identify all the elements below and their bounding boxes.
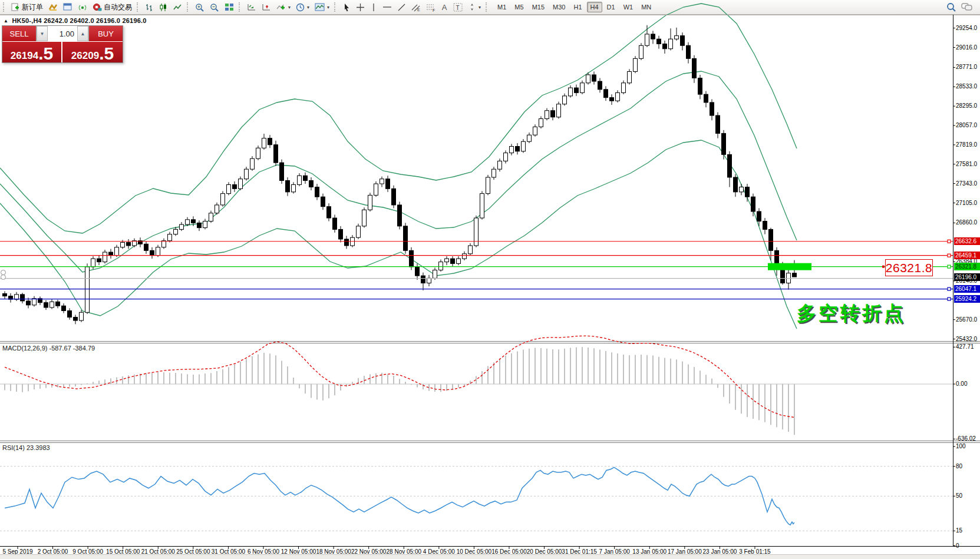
level-line-handle[interactable] [948, 297, 951, 300]
candle-bull[interactable] [527, 135, 532, 141]
candle-bull[interactable] [162, 241, 166, 247]
chart-canvas[interactable] [0, 0, 980, 559]
candle-bull[interactable] [675, 36, 679, 39]
candle-bull[interactable] [468, 246, 473, 254]
candle-bear[interactable] [451, 259, 455, 263]
candle-bear[interactable] [268, 138, 272, 145]
candle-bull[interactable] [533, 127, 537, 135]
candle-bear[interactable] [757, 211, 761, 221]
candle-bear[interactable] [3, 294, 7, 296]
candle-bear[interactable] [769, 229, 773, 250]
candle-bear[interactable] [109, 252, 113, 256]
candle-bear[interactable] [280, 163, 284, 180]
candle-bear[interactable] [681, 36, 685, 46]
candle-bear[interactable] [150, 250, 154, 255]
candle-bear[interactable] [716, 115, 720, 133]
candle-bull[interactable] [357, 226, 361, 237]
candle-bear[interactable] [657, 39, 661, 44]
candle-bear[interactable] [68, 311, 72, 317]
candle-bull[interactable] [457, 259, 461, 263]
price-callout-box[interactable]: 26321.8 [885, 259, 933, 276]
candle-bear[interactable] [763, 221, 767, 230]
candle-bull[interactable] [221, 194, 225, 205]
candle-bull[interactable] [103, 252, 107, 262]
candle-bear[interactable] [327, 207, 331, 218]
candle-bull[interactable] [186, 220, 190, 224]
candle-bull[interactable] [463, 254, 467, 259]
candle-bear[interactable] [793, 273, 797, 277]
candle-bear[interactable] [421, 276, 425, 283]
candle-bull[interactable] [539, 119, 543, 127]
level-line-handle[interactable] [948, 287, 951, 290]
candle-bull[interactable] [439, 262, 443, 270]
candle-bull[interactable] [669, 39, 673, 49]
level-line-handle[interactable] [948, 254, 951, 257]
candle-bear[interactable] [97, 259, 101, 262]
candle-bull[interactable] [80, 312, 84, 320]
candle-bear[interactable] [722, 133, 726, 154]
candle-bear[interactable] [398, 205, 402, 226]
turning-point-annotation[interactable]: 多空转折点 [797, 300, 906, 327]
candle-bull[interactable] [121, 242, 125, 247]
candle-bear[interactable] [62, 306, 66, 310]
candle-bear[interactable] [392, 188, 396, 205]
candle-bear[interactable] [710, 102, 714, 115]
candle-bull[interactable] [628, 71, 632, 82]
candle-bear[interactable] [321, 197, 325, 207]
candle-bear[interactable] [575, 88, 579, 92]
green-highlight-rect[interactable] [768, 263, 811, 270]
candle-bull[interactable] [522, 141, 526, 151]
candle-bull[interactable] [203, 221, 207, 228]
candle-bull[interactable] [616, 92, 620, 101]
candle-bull[interactable] [15, 295, 19, 299]
candle-bear[interactable] [404, 226, 408, 250]
candle-bear[interactable] [127, 242, 131, 246]
candle-bear[interactable] [728, 154, 732, 177]
candle-bear[interactable] [197, 223, 202, 227]
candle-bull[interactable] [180, 224, 184, 229]
candle-bear[interactable] [604, 90, 608, 98]
candle-bear[interactable] [339, 229, 343, 239]
candle-bull[interactable] [580, 83, 585, 93]
candle-bear[interactable] [144, 244, 149, 250]
candle-bull[interactable] [174, 229, 178, 234]
candle-bull[interactable] [633, 58, 638, 71]
candle-bull[interactable] [486, 177, 490, 194]
candle-bull[interactable] [374, 184, 378, 195]
candle-bull[interactable] [115, 247, 119, 256]
candle-bull[interactable] [298, 176, 302, 184]
volume-value[interactable]: 1.00 [48, 26, 77, 41]
candle-bull[interactable] [433, 270, 437, 278]
level-line-handle[interactable] [948, 265, 951, 268]
candle-bull[interactable] [168, 234, 172, 241]
candle-bear[interactable] [592, 75, 596, 81]
volume-down-button[interactable]: ▼ [37, 26, 48, 41]
sell-price-panel[interactable]: 26194 .5 [2, 42, 62, 62]
volume-up-button[interactable]: ▲ [77, 26, 88, 41]
candle-bear[interactable] [192, 220, 196, 223]
candle-bull[interactable] [209, 213, 213, 221]
candle-bear[interactable] [410, 250, 414, 267]
line-anchor-icon[interactable] [1, 274, 6, 280]
level-line-handle[interactable] [948, 240, 951, 243]
candle-bull[interactable] [215, 205, 219, 213]
candle-bear[interactable] [598, 81, 602, 90]
candle-bear[interactable] [27, 301, 31, 305]
candle-bull[interactable] [32, 299, 37, 305]
candle-bull[interactable] [239, 179, 243, 189]
candle-bull[interactable] [639, 45, 644, 58]
candle-bear[interactable] [56, 302, 60, 306]
candle-bear[interactable] [303, 176, 308, 180]
candle-bull[interactable] [510, 147, 514, 153]
candle-bear[interactable] [345, 239, 349, 246]
candle-bull[interactable] [85, 267, 90, 312]
candle-bear[interactable] [21, 295, 25, 301]
candle-bull[interactable] [368, 195, 372, 210]
candle-bull[interactable] [380, 179, 384, 184]
candle-bear[interactable] [663, 44, 667, 48]
candle-bear[interactable] [516, 147, 520, 151]
candle-bear[interactable] [44, 303, 48, 307]
candle-bear[interactable] [333, 218, 337, 229]
candle-bear[interactable] [698, 78, 702, 95]
candle-bull[interactable] [645, 34, 649, 45]
